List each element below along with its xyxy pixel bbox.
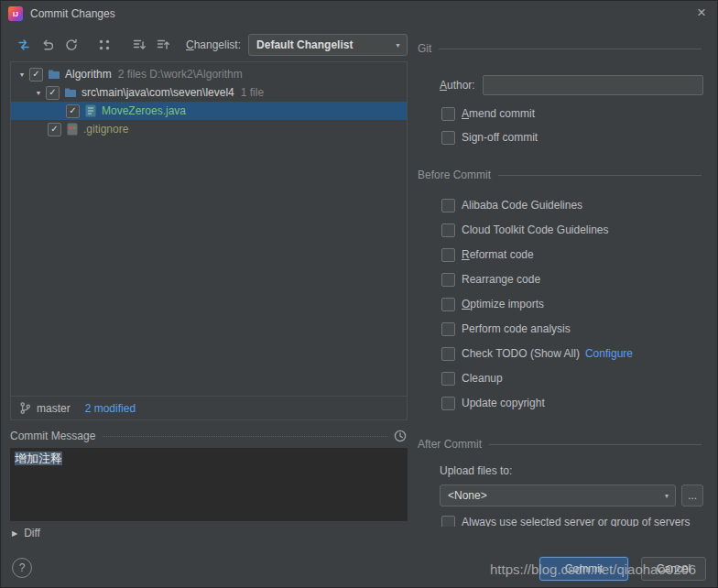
always-use-selected-row: Always use selected server or group of s… (441, 514, 703, 527)
toolbar: Changelist: Default Changelist ▼ (14, 32, 408, 58)
option-row: Alibaba Code Guidelines (441, 197, 703, 213)
signoff-commit-label: Sign-off commit (462, 131, 538, 144)
author-input[interactable] (483, 75, 703, 95)
message-history-icon[interactable] (393, 429, 408, 443)
option-row: Cloud Toolkit Code Guidelines (441, 222, 703, 238)
signoff-commit-row: Sign-off commit (441, 129, 703, 146)
option-row: Reformat code (441, 246, 703, 263)
configure-link[interactable]: Configure (585, 347, 633, 360)
option-label: Cleanup (462, 372, 503, 385)
chevron-down-icon: ▼ (663, 493, 669, 499)
gitignore-file-icon (65, 122, 80, 136)
checkbox[interactable] (441, 248, 455, 262)
tree-item-label: MoveZeroes.java (102, 104, 186, 117)
separator-line (489, 444, 702, 445)
changelist-dropdown[interactable]: Default Changelist ▼ (248, 34, 408, 56)
expand-all-icon[interactable] (129, 35, 149, 55)
checkbox[interactable]: ✓ (66, 104, 80, 118)
folder-icon (47, 67, 61, 82)
before-commit-section-header: Before Commit (418, 168, 703, 182)
browse-servers-button[interactable]: ... (681, 485, 703, 506)
upload-target-value: <None> (448, 489, 656, 502)
csdn-watermark: https://blog.csdn.net/qiaohao0206 (490, 561, 696, 577)
collapse-all-icon[interactable] (153, 35, 173, 55)
checkbox[interactable] (441, 516, 455, 528)
changes-tree-panel: ▼ ✓ Algorithm 2 files D:\work2\Algorithm… (10, 61, 408, 420)
show-diff-icon[interactable] (14, 35, 34, 55)
help-button[interactable]: ? (12, 558, 32, 578)
section-title: Git (418, 42, 431, 55)
checkbox[interactable]: ✓ (46, 86, 60, 100)
option-row: Optimize imports (441, 296, 703, 312)
commit-message-input[interactable]: 增加注释 (10, 448, 408, 521)
checkbox[interactable] (441, 397, 455, 410)
upload-target-row: <None> ▼ ... (440, 485, 703, 506)
chevron-down-icon[interactable]: ▼ (31, 90, 46, 96)
title-bar: IJ Commit Changes × (1, 1, 717, 27)
folder-icon (63, 85, 78, 100)
tree-item-label: src\main\java\com\seven\level4 (82, 86, 234, 99)
checkbox[interactable]: ✓ (48, 123, 61, 136)
chevron-right-icon: ▶ (12, 529, 17, 538)
tree-item-label: .gitignore (83, 123, 128, 136)
changelist-value: Default Changelist (256, 38, 387, 51)
amend-commit-label: Amend commit (462, 107, 535, 120)
commit-options-panel: Git Author: Amend commit Sign-off commit… (418, 38, 703, 527)
checkbox[interactable] (441, 223, 455, 237)
tree-row-src-folder[interactable]: ▼ ✓ src\main\java\com\seven\level4 1 fil… (11, 83, 407, 102)
checkbox[interactable] (441, 298, 455, 311)
option-row: Cleanup (441, 370, 703, 387)
git-section-header: Git (418, 41, 703, 56)
option-label: Perform code analysis (462, 322, 571, 335)
checkbox[interactable] (441, 107, 455, 121)
close-icon[interactable]: × (697, 5, 706, 20)
tree-row-gitignore[interactable]: ✓ .gitignore (11, 120, 407, 138)
checkbox[interactable] (441, 199, 455, 212)
option-row: Rearrange code (441, 271, 703, 288)
checkbox[interactable]: ✓ (29, 68, 43, 82)
group-by-icon[interactable] (94, 35, 114, 55)
branch-name: master (37, 402, 71, 415)
commit-message-label: Commit Message (10, 430, 95, 442)
modified-files-link[interactable]: 2 modified (85, 402, 136, 415)
chevron-down-icon[interactable]: ▼ (15, 71, 29, 78)
after-commit-section-header: After Commit (418, 437, 703, 452)
upload-files-label: Upload files to: (440, 464, 703, 477)
checkbox[interactable] (441, 372, 455, 386)
checkbox[interactable] (441, 131, 455, 145)
upload-target-dropdown[interactable]: <None> ▼ (440, 485, 676, 506)
amend-commit-row: Amend commit (441, 105, 703, 122)
intellij-logo-icon: IJ (8, 6, 23, 21)
option-label: Alibaba Code Guidelines (462, 199, 582, 212)
option-row: Perform code analysis (441, 321, 703, 337)
tree-item-label: Algorithm (65, 68, 112, 81)
checkbox[interactable] (441, 273, 455, 287)
rollback-icon[interactable] (38, 35, 58, 55)
option-label: Cloud Toolkit Code Guidelines (462, 223, 609, 236)
checkbox[interactable] (441, 322, 455, 336)
author-row: Author: (440, 74, 703, 96)
option-label: Optimize imports (462, 298, 544, 310)
java-file-icon (83, 103, 98, 118)
checkbox[interactable] (441, 347, 455, 361)
commit-changes-dialog: IJ Commit Changes × (0, 0, 718, 588)
option-label: Check TODO (Show All) (462, 347, 580, 360)
refresh-icon[interactable] (61, 35, 82, 55)
option-label: Update copyright (462, 397, 545, 409)
commit-message-header: Commit Message (10, 428, 408, 444)
tree-item-meta: 2 files D:\work2\Algorithm (118, 68, 243, 81)
section-title: Before Commit (418, 169, 491, 181)
vcs-status-bar: master 2 modified (11, 396, 407, 419)
tree-row-algorithm[interactable]: ▼ ✓ Algorithm 2 files D:\work2\Algorithm (11, 65, 407, 83)
dotted-separator (103, 436, 387, 437)
tree-item-meta: 1 file (241, 86, 264, 99)
git-branch-icon (18, 401, 32, 415)
chevron-down-icon: ▼ (395, 42, 401, 49)
option-row-check-todo: Check TODO (Show All) Configure (441, 345, 703, 362)
separator-line (439, 49, 702, 49)
tree-row-movezeroes[interactable]: ✓ MoveZeroes.java (11, 102, 407, 120)
option-label: Reformat code (462, 248, 534, 261)
separator-line (498, 175, 702, 176)
diff-section-toggle[interactable]: ▶ Diff (12, 527, 40, 539)
changelist-label: Changelist: (186, 38, 241, 51)
